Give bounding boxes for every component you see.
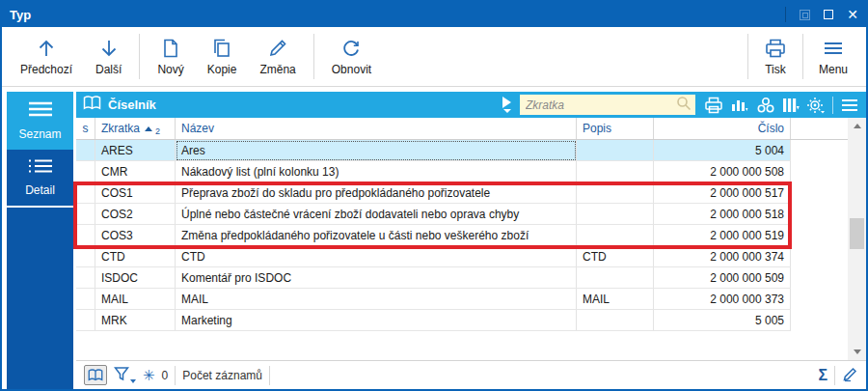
table-row[interactable]: CMR Nákadový list (plní kolonku 13) 2 00… [76,161,848,182]
edit-pencil-button[interactable] [842,366,858,385]
columns-icon[interactable] [782,97,800,114]
pivot-bubbles-icon[interactable] [756,97,775,114]
print-list-icon[interactable] [704,97,723,114]
cell-cislo[interactable]: 5 004 [654,140,791,161]
scrollbar-track[interactable] [848,134,866,344]
cell-popis[interactable]: MAIL [577,289,654,310]
cell-nazev[interactable]: Úplné nebo částečné vrácení zboží dodava… [176,204,577,225]
copy-button[interactable]: Kopie [197,31,248,82]
sidebar-item-label: Detail [25,183,55,197]
cell-cislo[interactable]: 2 000 000 519 [654,225,791,246]
settings-gear-icon[interactable] [806,97,826,114]
cell-nazev[interactable]: Změna předpokládaného pořizovatele u čás… [176,225,577,246]
graph-icon[interactable] [730,97,749,114]
cell-nazev[interactable]: Ares [176,140,577,161]
table-row[interactable]: ISDOC Komentář pro ISDOC 2 000 000 509 [76,267,848,289]
cell-popis[interactable]: CTD [577,246,654,267]
cell-cislo[interactable]: 2 000 000 518 [654,204,791,225]
cell-zkratka[interactable]: COS1 [95,182,176,204]
maximize-icon[interactable] [824,10,833,19]
table-row[interactable]: COS3 Změna předpokládaného pořizovatele … [76,225,848,246]
cell-s[interactable] [76,204,95,225]
cell-popis[interactable] [577,182,654,204]
cell-cislo[interactable]: 5 005 [654,310,791,331]
change-button[interactable]: Změna [249,31,306,82]
search-input[interactable] [526,98,676,112]
cell-s[interactable] [76,140,95,161]
search-box [520,95,695,115]
cell-zkratka[interactable]: MAIL [95,289,176,310]
column-header-s[interactable]: s [76,118,95,139]
dock-window-icon[interactable] [800,10,810,20]
copy-icon [211,38,232,59]
cell-zkratka[interactable]: MRK [95,310,176,331]
cell-cislo[interactable]: 2 000 000 373 [654,289,791,310]
print-button[interactable]: Tisk [753,31,798,82]
titlebar[interactable]: Typ ✕ [2,2,866,27]
frozen-count: 0 [162,369,169,382]
cell-popis[interactable] [577,140,654,161]
filter-button[interactable] [114,366,136,384]
sum-button[interactable]: Σ [818,368,827,383]
app-window: Typ ✕ Předchozí Další Nový [0,0,868,391]
table-row[interactable]: MAIL MAIL MAIL 2 000 000 373 [76,289,848,310]
cell-s[interactable] [76,182,95,204]
cell-popis[interactable] [577,225,654,246]
vertical-scrollbar[interactable] [848,118,866,360]
cell-nazev[interactable]: Marketing [176,310,577,331]
sidebar-item-seznam[interactable]: Seznam [7,92,73,150]
cell-popis[interactable] [577,161,654,182]
column-header-zkratka[interactable]: Zkratka 2 [95,118,176,139]
cell-cislo[interactable]: 2 000 000 509 [654,267,791,289]
view-book-button[interactable] [84,365,107,385]
table-row[interactable]: ARES Ares 5 004 [76,140,848,161]
cell-popis[interactable] [577,204,654,225]
table-row[interactable]: COS2 Úplné nebo částečné vrácení zboží d… [76,204,848,225]
cell-popis[interactable] [577,267,654,289]
cell-zkratka[interactable]: CTD [95,246,176,267]
column-header-cislo[interactable]: Číslo [654,118,791,139]
cell-popis[interactable] [577,310,654,331]
scroll-up-icon[interactable] [848,118,866,134]
cell-nazev[interactable]: Přeprava zboží do skladu pro předpokláda… [176,182,577,204]
panel-menu-icon[interactable] [840,98,859,113]
column-header-nazev[interactable]: Název [176,118,577,139]
refresh-button[interactable]: Obnovit [321,31,382,82]
cell-zkratka[interactable]: ISDOC [95,267,176,289]
table-row[interactable]: CTD CTD CTD 2 000 000 374 [76,246,848,267]
toolbar-divider [802,34,803,79]
new-button[interactable]: Nový [147,31,194,82]
cell-nazev[interactable]: MAIL [176,289,577,310]
cell-s[interactable] [76,267,95,289]
cell-cislo[interactable]: 2 000 000 517 [654,182,791,204]
frozen-records-icon[interactable]: ✳ [143,368,155,382]
search-icon [676,96,692,115]
menu-button[interactable]: Menu [808,31,858,82]
cell-zkratka[interactable]: COS3 [95,225,176,246]
table-row[interactable]: COS1 Přeprava zboží do skladu pro předpo… [76,182,848,204]
cell-cislo[interactable]: 2 000 000 508 [654,161,791,182]
next-button[interactable]: Další [85,31,132,82]
panel-header-divider [832,97,833,114]
cell-zkratka[interactable]: CMR [95,161,176,182]
scrollbar-thumb[interactable] [850,218,864,249]
cell-zkratka[interactable]: COS2 [95,204,176,225]
cell-s[interactable] [76,161,95,182]
column-header-popis[interactable]: Popis [577,118,654,139]
statusbar-divider [175,366,176,385]
cell-nazev[interactable]: Nákadový list (plní kolonku 13) [176,161,577,182]
cell-cislo[interactable]: 2 000 000 374 [654,246,791,267]
table-row[interactable]: MRK Marketing 5 005 [76,310,848,331]
scroll-down-icon[interactable] [848,344,866,360]
sidebar-item-detail[interactable]: Detail [7,150,73,206]
previous-button[interactable]: Předchozí [10,31,83,82]
cell-s[interactable] [76,246,95,267]
cell-nazev[interactable]: Komentář pro ISDOC [176,267,577,289]
cell-nazev[interactable]: CTD [176,246,577,267]
apply-filter-button[interactable] [502,97,511,113]
cell-s[interactable] [76,310,95,331]
cell-zkratka[interactable]: ARES [95,140,176,161]
close-icon[interactable]: ✕ [847,8,858,21]
cell-s[interactable] [76,289,95,310]
cell-s[interactable] [76,225,95,246]
